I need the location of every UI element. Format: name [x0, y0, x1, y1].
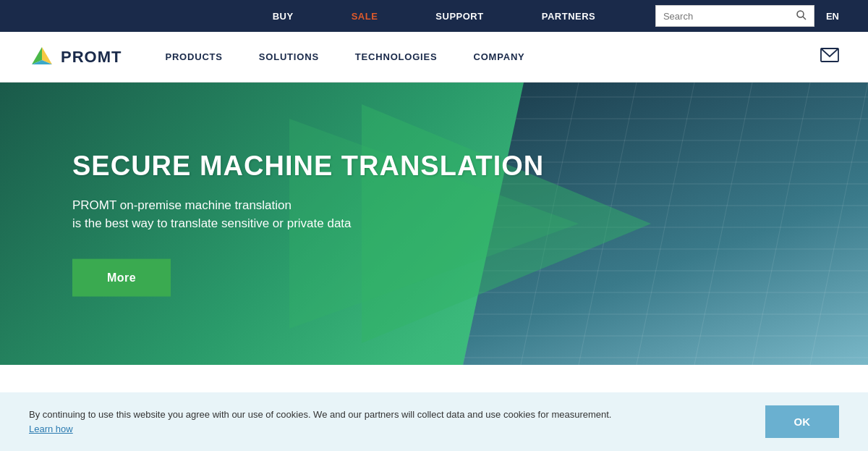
nav-partners[interactable]: PARTNERS [542, 11, 596, 22]
logo-icon [29, 44, 55, 70]
nav-support[interactable]: SUPPORT [435, 11, 483, 22]
top-bar-nav: BUY SALE SUPPORT PARTNERS [273, 11, 596, 22]
main-nav: PROMT PRODUCTS SOLUTIONS TECHNOLOGIES CO… [0, 32, 868, 83]
nav-sale[interactable]: SALE [352, 11, 378, 22]
mail-icon[interactable] [820, 48, 839, 67]
svg-line-23 [694, 83, 752, 365]
language-label[interactable]: EN [826, 11, 839, 22]
nav-products[interactable]: PRODUCTS [165, 51, 222, 62]
svg-line-1 [803, 17, 806, 20]
svg-line-24 [752, 83, 810, 365]
top-bar: BUY SALE SUPPORT PARTNERS EN [0, 0, 868, 32]
logo-text: PROMT [61, 48, 122, 67]
search-button[interactable] [796, 10, 807, 22]
nav-technologies[interactable]: TECHNOLOGIES [355, 51, 438, 62]
nav-solutions[interactable]: SOLUTIONS [259, 51, 319, 62]
svg-line-25 [810, 83, 868, 365]
hero-content: SECURE MACHINE TRANSLATION PROMT on-prem… [72, 151, 544, 297]
hero-title: SECURE MACHINE TRANSLATION [72, 151, 544, 182]
nav-company[interactable]: COMPANY [473, 51, 524, 62]
hero-subtitle: PROMT on-premise machine translation is … [72, 195, 544, 232]
nav-buy[interactable]: BUY [273, 11, 294, 22]
svg-point-0 [797, 11, 804, 17]
svg-line-21 [579, 83, 637, 365]
logo[interactable]: PROMT [29, 44, 122, 70]
hero-subtitle-line2: is the best way to translate sensitive o… [72, 216, 352, 230]
top-bar-right: EN [655, 5, 839, 27]
svg-line-22 [637, 83, 694, 365]
more-button[interactable]: More [72, 258, 171, 296]
search-box [655, 5, 814, 27]
main-nav-links: PRODUCTS SOLUTIONS TECHNOLOGIES COMPANY [165, 51, 820, 62]
hero-subtitle-line1: PROMT on-premise machine translation [72, 198, 292, 211]
hero-section: SECURE MACHINE TRANSLATION PROMT on-prem… [0, 83, 868, 365]
search-input[interactable] [663, 11, 796, 22]
